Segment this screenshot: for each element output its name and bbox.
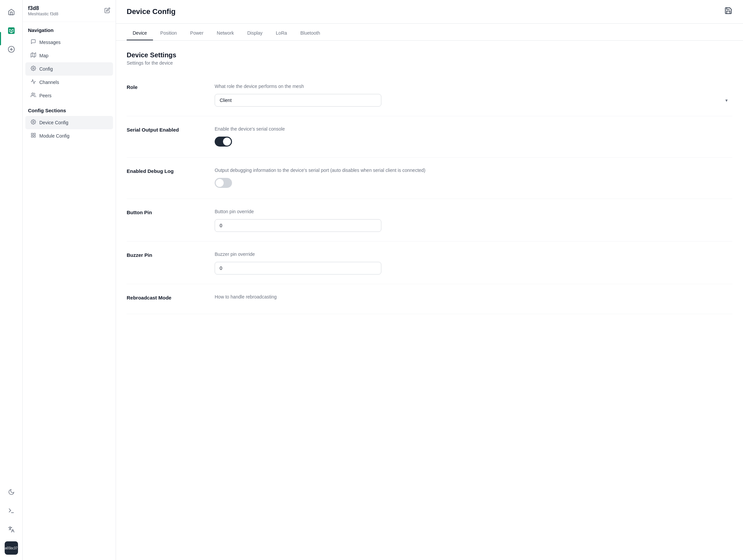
serial-output-control: Enable the device's serial console <box>215 126 732 148</box>
device-name: Meshtastic f3d8 <box>28 11 58 16</box>
buzzer-pin-label: Buzzer Pin <box>127 251 207 275</box>
config-icon <box>31 65 36 72</box>
buzzer-pin-control: Buzzer pin override <box>215 251 732 275</box>
module-config-icon <box>31 133 36 139</box>
settings-title: Device Settings <box>127 51 732 59</box>
debug-log-toggle[interactable] <box>215 178 232 188</box>
messages-label: Messages <box>39 40 61 45</box>
button-pin-control: Button pin override <box>215 208 732 232</box>
tab-device[interactable]: Device <box>127 28 153 40</box>
serial-output-toggle[interactable] <box>215 137 232 147</box>
serial-output-setting: Serial Output Enabled Enable the device'… <box>127 116 732 157</box>
save-button[interactable] <box>724 7 732 17</box>
serial-output-label: Serial Output Enabled <box>127 126 207 148</box>
tab-network[interactable]: Network <box>211 28 240 40</box>
tab-position[interactable]: Position <box>154 28 183 40</box>
peers-icon <box>31 92 36 99</box>
device-info: f3d8 Meshtastic f3d8 <box>28 5 58 16</box>
svg-point-8 <box>33 67 34 69</box>
home-icon[interactable] <box>5 5 18 19</box>
config-label: Config <box>39 66 53 72</box>
device-config-icon <box>31 119 36 126</box>
add-icon[interactable] <box>5 43 18 56</box>
sidebar-item-messages[interactable]: Messages <box>25 36 113 49</box>
page-title: Device Config <box>127 7 176 16</box>
rebroadcast-mode-control: How to handle rebroadcasting <box>215 293 732 305</box>
config-sections-label: Config Sections <box>23 102 116 116</box>
rebroadcast-mode-description: How to handle rebroadcasting <box>215 293 732 300</box>
role-label: Role <box>127 83 207 107</box>
svg-point-9 <box>32 93 33 95</box>
sidebar-item-channels[interactable]: Channels <box>25 76 113 89</box>
device-id: f3d8 <box>28 5 58 11</box>
buzzer-pin-description: Buzzer pin override <box>215 251 732 258</box>
debug-log-control: Output debugging information to the devi… <box>215 167 732 189</box>
tab-bluetooth[interactable]: Bluetooth <box>294 28 326 40</box>
settings-subtitle: Settings for the device <box>127 60 732 65</box>
user-badge[interactable]: a65bc37 <box>5 541 18 555</box>
rebroadcast-mode-setting: Rebroadcast Mode How to handle rebroadca… <box>127 284 732 314</box>
bottom-icons: a65bc37 <box>5 485 18 555</box>
sidebar-item-map[interactable]: Map <box>25 49 113 62</box>
button-pin-setting: Button Pin Button pin override <box>127 199 732 241</box>
active-indicator <box>0 32 1 45</box>
tabs-bar: Device Position Power Network Display Lo… <box>116 24 743 41</box>
device-config-label: Device Config <box>39 120 68 125</box>
svg-marker-5 <box>31 53 36 57</box>
translate-icon[interactable] <box>5 523 18 536</box>
cube-icon[interactable] <box>5 24 18 37</box>
settings-content: Device Settings Settings for the device … <box>116 41 743 560</box>
tab-lora[interactable]: LoRa <box>270 28 293 40</box>
svg-rect-14 <box>34 136 35 137</box>
svg-rect-12 <box>34 133 35 135</box>
peers-label: Peers <box>39 93 52 98</box>
device-header: f3d8 Meshtastic f3d8 <box>23 5 116 22</box>
toggle-thumb <box>223 138 231 146</box>
buzzer-pin-setting: Buzzer Pin Buzzer pin override <box>127 241 732 284</box>
serial-output-description: Enable the device's serial console <box>215 126 732 133</box>
rebroadcast-mode-label: Rebroadcast Mode <box>127 293 207 305</box>
role-setting: Role What role the device performs on th… <box>127 74 732 116</box>
tab-power[interactable]: Power <box>184 28 210 40</box>
toggle-thumb-debug <box>216 179 224 187</box>
main-header: Device Config <box>116 0 743 24</box>
sidebar: f3d8 Meshtastic f3d8 Navigation Messages… <box>23 0 116 560</box>
messages-icon <box>31 39 36 46</box>
main-content: Device Config Device Position Power Netw… <box>116 0 743 560</box>
icon-rail: a65bc37 <box>0 0 23 560</box>
button-pin-label: Button Pin <box>127 208 207 232</box>
sidebar-item-module-config[interactable]: Module Config <box>25 129 113 143</box>
map-icon <box>31 52 36 59</box>
button-pin-description: Button pin override <box>215 208 732 215</box>
role-control: What role the device performs on the mes… <box>215 83 732 107</box>
buzzer-pin-input[interactable] <box>215 262 381 275</box>
sidebar-item-device-config[interactable]: Device Config <box>25 116 113 129</box>
sidebar-item-config[interactable]: Config <box>25 62 113 76</box>
role-description: What role the device performs on the mes… <box>215 83 732 90</box>
debug-log-label: Enabled Debug Log <box>127 167 207 189</box>
sidebar-item-peers[interactable]: Peers <box>25 89 113 102</box>
map-label: Map <box>39 53 48 58</box>
svg-point-10 <box>33 121 34 123</box>
navigation-label: Navigation <box>23 22 116 36</box>
svg-rect-11 <box>31 133 33 135</box>
svg-rect-13 <box>31 136 33 137</box>
button-pin-input[interactable] <box>215 219 381 232</box>
channels-icon <box>31 79 36 86</box>
debug-log-setting: Enabled Debug Log Output debugging infor… <box>127 157 732 199</box>
tab-display[interactable]: Display <box>241 28 269 40</box>
channels-label: Channels <box>39 80 59 85</box>
edit-icon[interactable] <box>104 7 110 15</box>
chevron-down-icon: ▾ <box>725 98 728 103</box>
role-select-wrapper: Client Router Router Client Repeater Tra… <box>215 94 732 107</box>
debug-log-description: Output debugging information to the devi… <box>215 167 732 174</box>
moon-icon[interactable] <box>5 485 18 499</box>
terminal-icon[interactable] <box>5 504 18 517</box>
module-config-label: Module Config <box>39 133 69 139</box>
role-select[interactable]: Client Router Router Client Repeater Tra… <box>215 94 381 107</box>
